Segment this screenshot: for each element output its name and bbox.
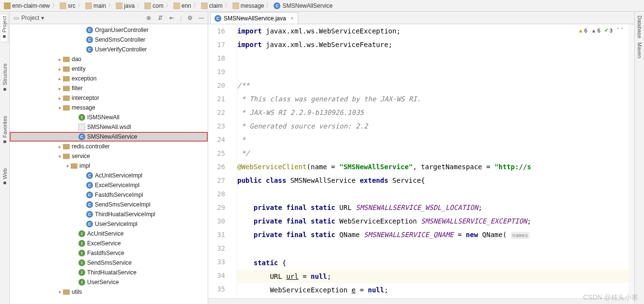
tree-item[interactable]: ▸redis.controller (10, 142, 208, 151)
watermark: CSDN @枝头小寨 (583, 293, 638, 302)
breadcrumb-segment[interactable]: com (144, 2, 164, 9)
code-line[interactable]: private final static WebServiceException… (237, 214, 634, 228)
folder-icon (4, 2, 11, 9)
breadcrumb-segment[interactable]: enn (173, 2, 191, 9)
tree-item[interactable]: IUserService (10, 277, 208, 287)
tree-item[interactable]: CFastdfsServceImpl (10, 190, 208, 200)
code-line[interactable]: /** (237, 79, 634, 92)
interface-icon: I (78, 279, 85, 286)
code-line[interactable]: private final static QName SMSNEWALLSERV… (237, 228, 634, 242)
project-dropdown[interactable]: Project ▾ (21, 15, 44, 21)
folder-icon (63, 66, 70, 72)
breadcrumb-segment[interactable]: message (232, 2, 264, 9)
tree-item-label: impl (79, 162, 90, 169)
tree-item[interactable]: ▾message (10, 103, 208, 112)
breadcrumb-segment[interactable]: CSMSNewAllService (274, 2, 332, 9)
tree-item-label: OrganUserController (95, 27, 149, 33)
tree-item[interactable]: ▾utils (10, 287, 208, 297)
code-line[interactable] (237, 51, 634, 65)
tree-item[interactable]: ISendSmsService (10, 258, 208, 268)
code-line[interactable]: import javax.xml.ws.WebServiceFeature; (237, 38, 634, 51)
code-line[interactable]: URL url = null; (237, 270, 634, 283)
class-icon: C (86, 172, 93, 179)
tree-item[interactable]: IFastdfsServce (10, 248, 208, 258)
tree-item[interactable]: SMSNewAll.wsdl (10, 122, 208, 132)
code-line[interactable]: */ (237, 146, 634, 160)
chevron-right-icon[interactable]: ▸ (56, 86, 63, 91)
tree-item[interactable]: CUserServiceImpl (10, 219, 208, 229)
collapse-icon[interactable]: ⇤ (169, 15, 175, 21)
tree-item[interactable]: CAcUnitServiceImpl (10, 171, 208, 180)
code-line[interactable]: import javax.xml.ws.WebServiceException; (237, 24, 634, 38)
tree-item[interactable]: CExcelServiceImpl (10, 180, 208, 190)
chevron-right-icon[interactable]: ▸ (56, 144, 63, 149)
folder-icon (85, 2, 92, 9)
project-tree[interactable]: COrganUserControllerCSendSmsControllerCU… (10, 24, 208, 304)
tree-item[interactable]: ▸interceptor (10, 93, 208, 103)
code-line[interactable] (237, 65, 634, 79)
tool-tab-database[interactable]: Database (636, 14, 643, 40)
code-line[interactable]: static { (237, 256, 634, 270)
breadcrumb-segment[interactable]: claim (201, 2, 223, 9)
chevron-right-icon[interactable]: ▸ (56, 96, 63, 101)
chevron-down-icon[interactable]: ▾ (56, 154, 63, 159)
breadcrumb-segment[interactable]: main (85, 2, 106, 9)
tree-item[interactable]: CThirdHuataiServiceImpl (10, 209, 208, 219)
chevron-right-icon[interactable]: ▸ (56, 76, 63, 81)
code-line[interactable]: * Generated source version: 2.2 (237, 119, 634, 133)
tree-item[interactable]: ▾service (10, 151, 208, 161)
tool-tab-project[interactable]: ■ Project (1, 14, 8, 42)
code-line[interactable]: WebServiceException e = null; (237, 283, 634, 297)
tree-item[interactable]: CSendSmsController (10, 35, 208, 45)
tree-item[interactable]: CUserVerifyController (10, 45, 208, 54)
code-line[interactable]: private final static URL SMSNEWALLSERVIC… (237, 201, 634, 214)
tree-item[interactable]: COrganUserController (10, 25, 208, 35)
editor-tab[interactable]: C SMSNewAllService.java × (210, 12, 298, 24)
tree-item[interactable]: IExcelService (10, 239, 208, 248)
gear-icon[interactable]: ⚙ (186, 15, 193, 21)
interface-icon: I (78, 269, 85, 276)
tree-item[interactable]: ▸dao (10, 54, 208, 64)
interface-icon: I (78, 259, 85, 266)
chevron-down-icon[interactable]: ▾ (56, 105, 63, 111)
breadcrumb-segment[interactable]: src (60, 2, 76, 9)
locate-icon[interactable]: ⊕ (145, 15, 152, 21)
tree-item[interactable]: IISMSNewAll (10, 112, 208, 122)
tool-tab-favorites[interactable]: ■ Favorites (1, 114, 8, 147)
close-icon[interactable]: × (291, 15, 294, 22)
code-line[interactable] (237, 242, 634, 256)
tool-tab-structure[interactable]: ■ Structure (1, 62, 8, 95)
code-line[interactable]: @WebServiceClient(name = "SMSNewAllServi… (237, 160, 634, 174)
tree-item[interactable]: ▸entity (10, 64, 208, 74)
tree-item-label: SendSmsService (87, 259, 132, 266)
right-tool-strip: DatabaseMaven (634, 12, 644, 304)
code-area[interactable]: import javax.xml.ws.WebServiceException;… (237, 24, 634, 304)
breadcrumb-segment[interactable]: java (116, 2, 135, 9)
breadcrumb-segment[interactable]: enn-claim-new (4, 2, 50, 9)
error-stripe[interactable] (629, 24, 634, 304)
code-line[interactable]: public class SMSNewAllService extends Se… (237, 174, 634, 187)
chevron-right-icon[interactable]: ▸ (56, 57, 63, 62)
tool-tab-maven[interactable]: Maven (636, 40, 643, 60)
tree-item[interactable]: ▸exception (10, 74, 208, 83)
tree-item[interactable]: IThirdHuataiService (10, 268, 208, 277)
horizontal-scrollbar[interactable] (208, 298, 629, 304)
tree-item[interactable]: CSMSNewAllService (10, 132, 208, 142)
tool-tab-web[interactable]: ■ Web (1, 166, 8, 188)
chevron-down-icon[interactable]: ▾ (56, 289, 63, 295)
tree-item[interactable]: CSendSmsServiceImpl (10, 200, 208, 209)
tree-item[interactable]: ▸filter (10, 83, 208, 93)
editor-body[interactable]: 1617181920212223242526272829303132333435… (208, 24, 634, 304)
chevron-right-icon[interactable]: ▸ (56, 66, 63, 72)
tree-item-label: ThirdHuataiServiceImpl (95, 211, 155, 218)
code-line[interactable]: * This class was generated by the JAX-WS… (237, 92, 634, 106)
code-line[interactable]: * JAX-WS RI 2.2.9-b130926.1035 (237, 106, 634, 119)
chevron-down-icon[interactable]: ▾ (64, 163, 71, 169)
code-line[interactable]: * (237, 133, 634, 146)
hide-icon[interactable]: — (198, 15, 205, 21)
tree-item[interactable]: ▾impl (10, 161, 208, 171)
tree-item[interactable]: IAcUnitService (10, 229, 208, 239)
tree-item-label: AcUnitServiceImpl (95, 172, 142, 179)
code-line[interactable] (237, 187, 634, 201)
expand-icon[interactable]: ⇵ (157, 15, 164, 21)
